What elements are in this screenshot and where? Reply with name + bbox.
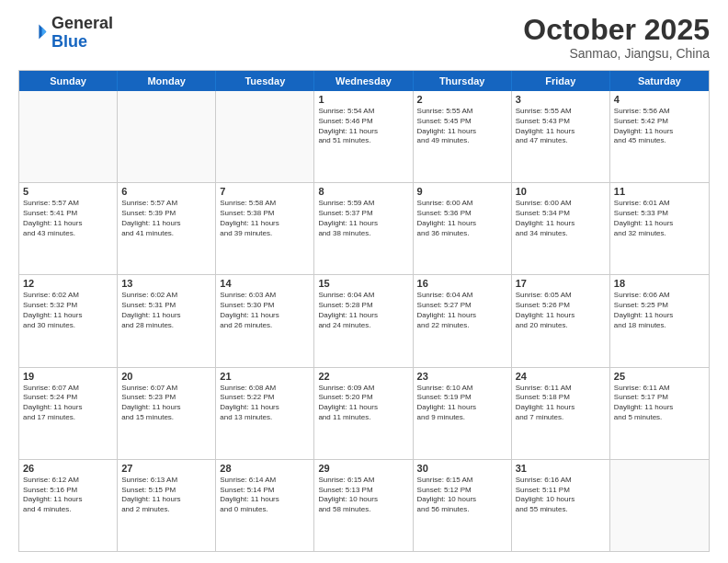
cell-info: Sunrise: 5:55 AMSunset: 5:43 PMDaylight:…: [516, 107, 606, 146]
day-number: 14: [220, 278, 310, 289]
cell-info: Sunrise: 6:15 AMSunset: 5:12 PMDaylight:…: [417, 476, 507, 515]
cell-info: Sunrise: 6:04 AMSunset: 5:28 PMDaylight:…: [318, 291, 408, 330]
location-subtitle: Sanmao, Jiangsu, China: [523, 46, 710, 61]
day-number: 22: [318, 371, 408, 382]
calendar-cell: 8Sunrise: 5:59 AMSunset: 5:37 PMDaylight…: [314, 183, 413, 274]
calendar-cell: 4Sunrise: 5:56 AMSunset: 5:42 PMDaylight…: [610, 91, 709, 182]
calendar-cell: 1Sunrise: 5:54 AMSunset: 5:46 PMDaylight…: [314, 91, 413, 182]
day-number: 31: [516, 463, 606, 474]
calendar-header: SundayMondayTuesdayWednesdayThursdayFrid…: [19, 71, 709, 91]
cell-info: Sunrise: 5:58 AMSunset: 5:38 PMDaylight:…: [220, 199, 310, 238]
day-number: 21: [220, 371, 310, 382]
cell-info: Sunrise: 6:12 AMSunset: 5:16 PMDaylight:…: [23, 476, 113, 515]
week-row-2: 5Sunrise: 5:57 AMSunset: 5:41 PMDaylight…: [19, 182, 709, 274]
day-number: 29: [318, 463, 408, 474]
day-number: 2: [417, 94, 507, 105]
day-number: 25: [614, 371, 705, 382]
day-number: 20: [121, 371, 211, 382]
day-number: 26: [23, 463, 113, 474]
cell-info: Sunrise: 6:02 AMSunset: 5:32 PMDaylight:…: [23, 291, 113, 330]
day-number: 19: [23, 371, 113, 382]
header-day-friday: Friday: [512, 71, 610, 91]
svg-marker-1: [42, 27, 47, 36]
cell-info: Sunrise: 6:04 AMSunset: 5:27 PMDaylight:…: [417, 291, 507, 330]
day-number: 23: [417, 371, 507, 382]
cell-info: Sunrise: 5:57 AMSunset: 5:39 PMDaylight:…: [121, 199, 211, 238]
header-day-monday: Monday: [118, 71, 216, 91]
calendar-cell: [216, 91, 314, 182]
month-title: October 2025: [523, 15, 710, 44]
cell-info: Sunrise: 6:06 AMSunset: 5:25 PMDaylight:…: [614, 291, 705, 330]
cell-info: Sunrise: 6:10 AMSunset: 5:19 PMDaylight:…: [417, 384, 507, 423]
calendar-cell: [118, 91, 216, 182]
calendar-cell: 21Sunrise: 6:08 AMSunset: 5:22 PMDayligh…: [216, 368, 314, 459]
day-number: 6: [121, 186, 211, 197]
logo: General Blue: [18, 15, 113, 52]
day-number: 15: [318, 278, 408, 289]
calendar-cell: 18Sunrise: 6:06 AMSunset: 5:25 PMDayligh…: [610, 275, 709, 366]
calendar: SundayMondayTuesdayWednesdayThursdayFrid…: [18, 70, 710, 552]
calendar-cell: 23Sunrise: 6:10 AMSunset: 5:19 PMDayligh…: [414, 368, 512, 459]
cell-info: Sunrise: 5:56 AMSunset: 5:42 PMDaylight:…: [614, 107, 705, 146]
cell-info: Sunrise: 6:02 AMSunset: 5:31 PMDaylight:…: [121, 291, 211, 330]
day-number: 10: [516, 186, 606, 197]
calendar-cell: 27Sunrise: 6:13 AMSunset: 5:15 PMDayligh…: [118, 460, 216, 551]
calendar-cell: 22Sunrise: 6:09 AMSunset: 5:20 PMDayligh…: [314, 368, 413, 459]
calendar-cell: 7Sunrise: 5:58 AMSunset: 5:38 PMDaylight…: [216, 183, 314, 274]
day-number: 7: [220, 186, 310, 197]
week-row-4: 19Sunrise: 6:07 AMSunset: 5:24 PMDayligh…: [19, 367, 709, 459]
cell-info: Sunrise: 6:00 AMSunset: 5:36 PMDaylight:…: [417, 199, 507, 238]
calendar-cell: 9Sunrise: 6:00 AMSunset: 5:36 PMDaylight…: [414, 183, 512, 274]
calendar-cell: 2Sunrise: 5:55 AMSunset: 5:45 PMDaylight…: [414, 91, 512, 182]
logo-icon: [18, 18, 48, 48]
cell-info: Sunrise: 6:11 AMSunset: 5:18 PMDaylight:…: [516, 384, 606, 423]
calendar-cell: 26Sunrise: 6:12 AMSunset: 5:16 PMDayligh…: [19, 460, 118, 551]
cell-info: Sunrise: 6:09 AMSunset: 5:20 PMDaylight:…: [318, 384, 408, 423]
header-day-sunday: Sunday: [19, 71, 118, 91]
cell-info: Sunrise: 6:01 AMSunset: 5:33 PMDaylight:…: [614, 199, 705, 238]
header-day-saturday: Saturday: [610, 71, 709, 91]
cell-info: Sunrise: 5:55 AMSunset: 5:45 PMDaylight:…: [417, 107, 507, 146]
header: General Blue October 2025 Sanmao, Jiangs…: [18, 15, 710, 61]
header-day-tuesday: Tuesday: [216, 71, 314, 91]
cell-info: Sunrise: 6:14 AMSunset: 5:14 PMDaylight:…: [220, 476, 310, 515]
day-number: 24: [516, 371, 606, 382]
calendar-cell: 15Sunrise: 6:04 AMSunset: 5:28 PMDayligh…: [314, 275, 413, 366]
calendar-cell: 24Sunrise: 6:11 AMSunset: 5:18 PMDayligh…: [512, 368, 610, 459]
day-number: 5: [23, 186, 113, 197]
calendar-cell: 20Sunrise: 6:07 AMSunset: 5:23 PMDayligh…: [118, 368, 216, 459]
calendar-cell: 17Sunrise: 6:05 AMSunset: 5:26 PMDayligh…: [512, 275, 610, 366]
header-day-thursday: Thursday: [414, 71, 512, 91]
calendar-cell: 6Sunrise: 5:57 AMSunset: 5:39 PMDaylight…: [118, 183, 216, 274]
day-number: 3: [516, 94, 606, 105]
calendar-cell: 12Sunrise: 6:02 AMSunset: 5:32 PMDayligh…: [19, 275, 118, 366]
page: General Blue October 2025 Sanmao, Jiangs…: [0, 0, 728, 563]
cell-info: Sunrise: 6:00 AMSunset: 5:34 PMDaylight:…: [516, 199, 606, 238]
calendar-cell: 13Sunrise: 6:02 AMSunset: 5:31 PMDayligh…: [118, 275, 216, 366]
calendar-cell: 10Sunrise: 6:00 AMSunset: 5:34 PMDayligh…: [512, 183, 610, 274]
cell-info: Sunrise: 6:11 AMSunset: 5:17 PMDaylight:…: [614, 384, 705, 423]
calendar-cell: 14Sunrise: 6:03 AMSunset: 5:30 PMDayligh…: [216, 275, 314, 366]
calendar-cell: 16Sunrise: 6:04 AMSunset: 5:27 PMDayligh…: [414, 275, 512, 366]
calendar-cell: 28Sunrise: 6:14 AMSunset: 5:14 PMDayligh…: [216, 460, 314, 551]
week-row-5: 26Sunrise: 6:12 AMSunset: 5:16 PMDayligh…: [19, 459, 709, 551]
day-number: 16: [417, 278, 507, 289]
cell-info: Sunrise: 5:59 AMSunset: 5:37 PMDaylight:…: [318, 199, 408, 238]
calendar-cell: [610, 460, 709, 551]
cell-info: Sunrise: 6:07 AMSunset: 5:23 PMDaylight:…: [121, 384, 211, 423]
calendar-cell: [19, 91, 118, 182]
calendar-cell: 19Sunrise: 6:07 AMSunset: 5:24 PMDayligh…: [19, 368, 118, 459]
day-number: 27: [121, 463, 211, 474]
calendar-cell: 30Sunrise: 6:15 AMSunset: 5:12 PMDayligh…: [414, 460, 512, 551]
day-number: 1: [318, 94, 408, 105]
day-number: 30: [417, 463, 507, 474]
day-number: 28: [220, 463, 310, 474]
day-number: 8: [318, 186, 408, 197]
cell-info: Sunrise: 6:15 AMSunset: 5:13 PMDaylight:…: [318, 476, 408, 515]
day-number: 18: [614, 278, 705, 289]
day-number: 13: [121, 278, 211, 289]
day-number: 4: [614, 94, 705, 105]
day-number: 11: [614, 186, 705, 197]
cell-info: Sunrise: 5:57 AMSunset: 5:41 PMDaylight:…: [23, 199, 113, 238]
calendar-body: 1Sunrise: 5:54 AMSunset: 5:46 PMDaylight…: [19, 91, 709, 551]
